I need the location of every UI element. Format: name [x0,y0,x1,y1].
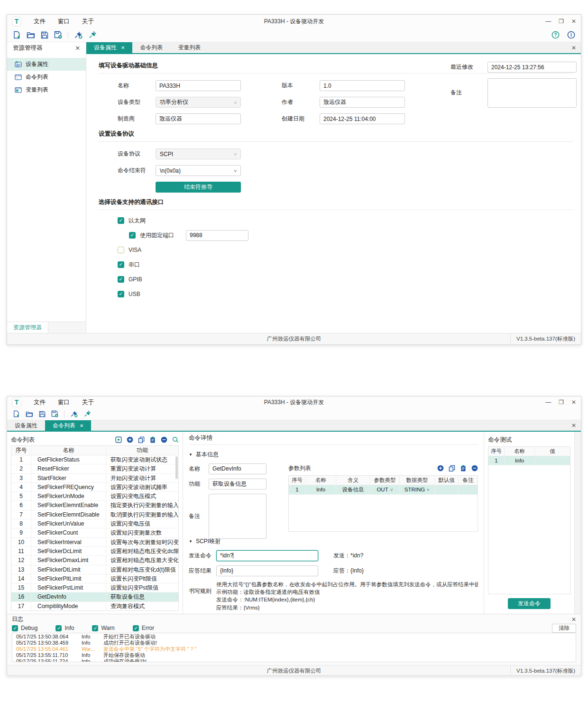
tab-device-properties[interactable]: 设备属性 ✕ [86,42,132,53]
ethernet-checkbox[interactable] [118,217,124,224]
remark-field[interactable] [487,78,577,108]
about-icon[interactable]: i [567,31,575,39]
tab-variable-list[interactable]: 变量列表 [170,42,208,53]
save-as-icon[interactable] [51,410,58,417]
tab-close-icon[interactable]: ✕ [121,45,125,50]
menu-about[interactable]: 关于 [82,18,94,26]
scrollbar[interactable] [574,432,581,614]
disconnect-icon[interactable] [88,31,97,39]
send-command-button[interactable]: 发送命令 [508,598,551,609]
command-row[interactable]: 1 GetFlickerStatus 获取闪变波动测试状态 [11,455,178,464]
modified-field[interactable] [487,62,577,73]
maximize-button[interactable]: ❐ [559,399,564,406]
maximize-button[interactable]: ❐ [559,18,564,25]
scrollbar[interactable] [175,456,178,479]
command-row[interactable]: 10 SetFlickerInterval 设置每次每次测量短时闪变值时间 [11,538,178,547]
close-button[interactable]: ✕ [571,399,576,406]
open-driver-icon[interactable] [26,411,33,417]
search-command-icon[interactable] [172,436,179,443]
command-row[interactable]: 17 CompitilityMode 查询兼容模式 [11,602,178,611]
command-row[interactable]: 12 SetFlickerDmaxLimt 设置相对稳态电压最大变化dmax限值 [11,556,178,565]
filter-debug[interactable]: Debug [12,625,37,631]
command-row[interactable]: 15 SetFlickerPstLimit 设置短闪变Pst限值 [11,583,178,592]
menu-window[interactable]: 窗口 [58,18,70,26]
author-field[interactable] [320,97,405,108]
filter-warn[interactable]: Warn [92,625,114,631]
save-as-icon[interactable] [54,31,62,39]
cmd-func-field[interactable] [209,479,266,490]
new-driver-icon[interactable] [13,31,21,39]
test-row[interactable]: 1 Info [488,456,570,465]
tree-item-device-properties[interactable]: i 设备属性 [7,58,86,71]
info-checkbox[interactable] [55,625,62,631]
name-field[interactable] [156,80,241,91]
param-type-select[interactable]: OUT∨ [370,485,400,494]
connect-icon[interactable] [70,410,78,417]
command-row[interactable]: 8 SetFlickerUnValue 设置闪变电压值 [11,519,178,528]
tab-close-icon[interactable]: ✕ [80,423,83,428]
manufacturer-field[interactable] [156,113,241,124]
menu-file[interactable]: 文件 [34,18,46,26]
param-row[interactable]: 1 Info 设备信息 OUT∨ STRING∨ [289,485,478,494]
command-row[interactable]: 7 SetFlickerElemntDisable 取消要执行闪变测量的输入单元 [11,510,178,519]
command-row[interactable]: 4 SetFlickerFREQuency 设置闪变波动测试频率 [11,483,178,492]
clear-log-button[interactable]: 清除 [552,624,576,633]
minimize-button[interactable]: — [545,399,551,406]
add-command-icon[interactable] [127,436,133,443]
cmd-name-field[interactable] [209,463,266,474]
remove-param-icon[interactable] [471,465,478,471]
version-field[interactable] [320,80,405,91]
command-row[interactable]: 13 SetFlickerDtLimit 设置相对电压变化d(t)限值 [11,565,178,574]
send-command-field[interactable]: *idn? [216,550,318,561]
data-type-select[interactable]: STRING∨ [400,485,435,494]
response-field[interactable] [216,565,318,576]
paste-command-icon[interactable] [149,436,156,443]
save-icon[interactable] [41,31,48,39]
terminator-select[interactable]: \n(0x0a)∨ [156,165,241,176]
paste-param-icon[interactable] [460,465,467,471]
copy-param-icon[interactable] [449,465,455,471]
serial-checkbox[interactable] [118,261,124,268]
tab-command-list[interactable]: 命令列表 [132,42,170,53]
port-field[interactable] [186,230,248,241]
tree-item-command-list[interactable]: >_ 命令列表 [7,71,86,83]
command-row[interactable]: 2 ResetFlicker 重置闪变波动计算 [11,464,178,473]
add-param-icon[interactable] [437,465,444,471]
command-row[interactable]: 16 GetDevInfo 获取设备信息 [11,592,178,601]
minimize-button[interactable]: — [545,18,551,25]
save-icon[interactable] [39,411,46,417]
menu-window[interactable]: 窗口 [58,398,70,407]
tabbar-close-icon[interactable]: ✕ [571,45,576,51]
command-row[interactable]: 9 SetFlickerCount 设置短闪变测量次数 [11,528,178,537]
tab-device-properties[interactable]: 设备属性 [7,420,45,431]
error-checkbox[interactable] [133,625,139,631]
derive-terminator-button[interactable]: 结束符推导 [156,182,241,193]
help-icon[interactable]: ? [551,31,560,39]
command-row[interactable]: 3 StartFlicker 开始闪变波动计算 [11,474,178,483]
connect-icon[interactable] [74,31,83,39]
usb-checkbox[interactable] [118,291,124,297]
new-driver-icon[interactable] [13,410,20,417]
disconnect-icon[interactable] [83,410,91,417]
fixed-port-checkbox[interactable] [129,232,136,239]
cmd-remark-field[interactable] [209,494,266,539]
tree-item-variable-list[interactable]: x= 变量列表 [7,83,86,96]
close-button[interactable]: ✕ [571,18,576,25]
copy-command-icon[interactable] [138,436,145,443]
tab-command-list[interactable]: 命令列表 ✕ [45,420,91,431]
log-close-icon[interactable]: ✕ [571,616,576,623]
command-row[interactable]: 14 SetFlickerPltLimit 设置长闪变Plt限值 [11,574,178,583]
scpi-mapping-collapse[interactable]: ▼ SCPI映射 [189,537,478,545]
menu-about[interactable]: 关于 [82,398,94,407]
basic-info-collapse[interactable]: ▼ 基本信息 [189,451,478,459]
debug-checkbox[interactable] [12,625,18,631]
command-row[interactable]: 5 SetFlickerUnMode 设置闪变电压模式 [11,492,178,501]
tabbar-close-icon[interactable]: ✕ [571,422,576,429]
warn-checkbox[interactable] [92,625,98,631]
filter-info[interactable]: Info [55,625,74,631]
menu-file[interactable]: 文件 [34,398,46,407]
remove-command-icon[interactable] [161,436,167,443]
filter-error[interactable]: Error [133,625,155,631]
open-driver-icon[interactable] [27,31,35,39]
gpib-checkbox[interactable] [118,276,124,283]
